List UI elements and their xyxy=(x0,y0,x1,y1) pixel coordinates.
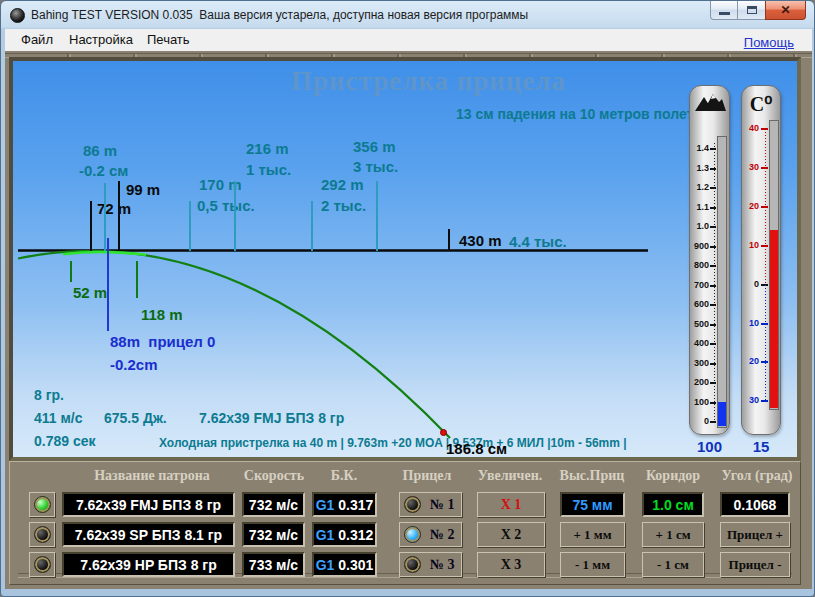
marker-label-356m: 356 m xyxy=(353,138,396,155)
angle-display: 0.1068 xyxy=(720,492,790,517)
close-icon: ✕ xyxy=(780,4,790,16)
marker-sublabel-216m: 1 тыс. xyxy=(246,161,291,178)
altimeter-tick-label: 300 xyxy=(690,358,709,369)
close-button[interactable]: ✕ xyxy=(765,1,806,20)
altimeter-tick-label: 500 xyxy=(690,319,709,330)
altimeter-tube xyxy=(717,136,727,428)
sight-select-2[interactable]: № 2 xyxy=(399,522,462,547)
column-header: Выс.Приц xyxy=(560,468,625,484)
ammo-name: 7.62x39 FMJ БПЗ 8 гр xyxy=(199,410,344,426)
altimeter-tick xyxy=(710,226,716,228)
thermometer-value: 15 xyxy=(741,438,781,455)
app-icon xyxy=(10,8,25,23)
marker-sublabel-430m: 4.4 тыс. xyxy=(509,233,567,250)
altimeter-tick xyxy=(710,265,716,267)
marker-sublabel-356m: 3 тыс. xyxy=(353,158,398,175)
thermometer-tick-label: 40 xyxy=(743,123,759,134)
marker-line-430m xyxy=(448,229,450,251)
help-link[interactable]: Помощь xyxy=(744,35,794,50)
sight-height-display: 75 мм xyxy=(560,492,625,517)
marker-label-118m: 118 m xyxy=(141,306,183,323)
ammo-speed-display: 732 м/с xyxy=(242,522,305,547)
ammo-bc-display: G1 0.317 xyxy=(312,492,377,517)
drop-value: 186.8 см xyxy=(446,440,507,457)
ammo-select-led-3[interactable] xyxy=(29,552,55,577)
altimeter-tick xyxy=(710,421,716,423)
altimeter-tick-label: 1.4 xyxy=(690,143,709,154)
altimeter-tick xyxy=(710,324,716,326)
cold-zero-info: Холодная пристрелка на 40 m | 9.763m +20… xyxy=(159,436,627,450)
marker-sublabel-292m: 2 тыс. xyxy=(321,197,366,214)
corridor-decrease-button[interactable]: - 1 см xyxy=(642,552,704,577)
thermometer-tube xyxy=(769,120,779,410)
menu-file[interactable]: Файл xyxy=(21,32,53,47)
altimeter-tick xyxy=(710,207,716,209)
corridor-display: 1.0 см xyxy=(642,492,704,517)
corridor-increase-button[interactable]: + 1 см xyxy=(642,522,704,547)
sight-height-decrease-button[interactable]: - 1 мм xyxy=(560,552,625,577)
altimeter-tick-label: 0 xyxy=(690,416,709,427)
altimeter-gauge: 1.41.31.21.11.09008007006005004003002001… xyxy=(689,85,730,435)
marker-sublabel-86m: -0.2 см xyxy=(79,162,128,179)
column-header: Коридор xyxy=(646,468,700,484)
marker-line-88m-zero xyxy=(107,238,109,331)
minimize-button[interactable] xyxy=(710,1,738,20)
sight-height-increase-button[interactable]: + 1 мм xyxy=(560,522,625,547)
altimeter-tick-label: 200 xyxy=(690,377,709,388)
angle-decrease-button[interactable]: Прицел - xyxy=(720,552,790,577)
ammo-select-led-2[interactable] xyxy=(29,522,55,547)
thermometer-tick-label: 30 xyxy=(743,162,759,173)
mercury-column xyxy=(770,230,778,408)
altimeter-tick-label: 1.1 xyxy=(690,202,709,213)
ammo-speed-display: 732 м/с xyxy=(242,492,305,517)
altimeter-tick xyxy=(710,148,716,150)
marker-sublabel-88m-zero: -0.2cm xyxy=(110,356,158,373)
altimeter-tick-label: 700 xyxy=(690,280,709,291)
altimeter-tick xyxy=(710,187,716,189)
maximize-button[interactable] xyxy=(738,1,765,20)
flight-time: 0.789 сек xyxy=(34,433,96,449)
client-area: Пристрелка прицела 13 см падения на 10 м… xyxy=(5,51,812,589)
angle-increase-button[interactable]: Прицел + xyxy=(720,522,790,547)
column-header: Б.К. xyxy=(331,468,357,484)
mountain-icon xyxy=(695,92,726,111)
altimeter-tick xyxy=(710,402,716,404)
thermometer-tick-label: 0 xyxy=(743,279,759,290)
minimize-icon xyxy=(719,12,730,15)
menu-settings[interactable]: Настройка xyxy=(69,32,133,47)
zoom-x3-button[interactable]: X 3 xyxy=(477,552,545,577)
marker-label-72m: 72 m xyxy=(97,200,131,217)
altimeter-tick-label: 800 xyxy=(690,260,709,271)
ammo-speed-display: 733 м/с xyxy=(242,552,305,577)
ammo-select-led-1[interactable] xyxy=(29,492,55,517)
altimeter-tick xyxy=(710,168,716,170)
sight-select-3[interactable]: № 3 xyxy=(399,552,462,577)
thermometer-dotted-scale-cold xyxy=(765,285,766,401)
ammo-name-display: 7.62x39 SP БПЗ 8.1 гр xyxy=(62,522,235,547)
altimeter-tick-label: 1.0 xyxy=(690,221,709,232)
ammo-bc-display: G1 0.312 xyxy=(312,522,377,547)
sight-select-1[interactable]: № 1 xyxy=(399,492,462,517)
zoom-x1-button[interactable]: X 1 xyxy=(477,492,545,517)
menu-print[interactable]: Печать xyxy=(147,32,190,47)
titlebar[interactable]: Bahing TEST VERSION 0.035 Ваша версия ус… xyxy=(1,1,815,29)
altimeter-tick xyxy=(710,363,716,365)
maximize-icon xyxy=(747,6,757,14)
marker-sublabel-170m: 0,5 тыс. xyxy=(197,197,255,214)
altimeter-tick xyxy=(710,343,716,345)
led-icon xyxy=(34,556,51,573)
marker-line-292m xyxy=(311,201,313,251)
window-controls: ✕ xyxy=(710,1,806,20)
zoom-x2-button[interactable]: X 2 xyxy=(477,522,545,547)
altimeter-tick xyxy=(710,304,716,306)
led-icon xyxy=(404,526,421,543)
energy: 675.5 Дж. xyxy=(104,410,167,426)
thermometer-tick-label: 10 xyxy=(743,240,759,251)
window-title: Bahing TEST VERSION 0.035 Ваша версия ус… xyxy=(31,8,528,22)
marker-line-52m xyxy=(70,261,72,282)
menu-bar: Файл Настройка Печать Помощь xyxy=(5,29,812,51)
ammo-name-display: 7.62x39 FMJ БПЗ 8 гр xyxy=(62,492,235,517)
marker-label-430m: 430 m xyxy=(459,232,502,249)
marker-line-72m xyxy=(90,201,92,251)
marker-label-88m-zero: 88m прицел 0 xyxy=(110,333,215,350)
